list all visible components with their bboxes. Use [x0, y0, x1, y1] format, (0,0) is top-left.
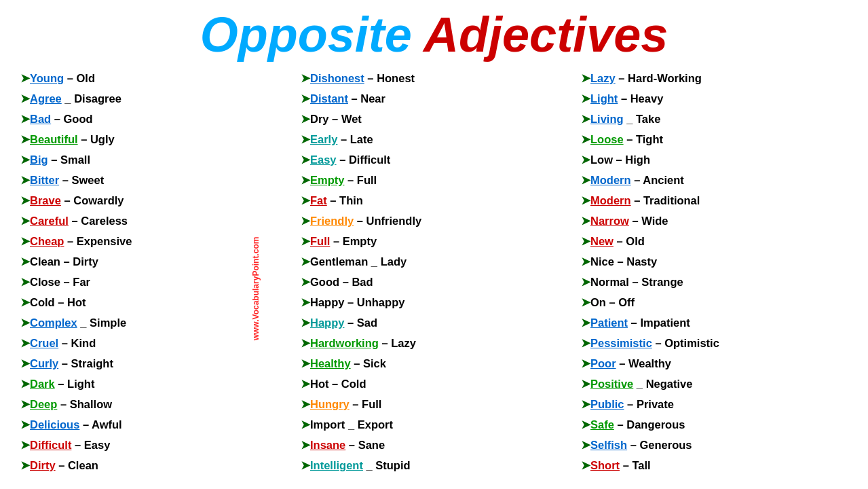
word-label: Insane — [310, 439, 345, 451]
arrow-icon: ➤ — [20, 255, 30, 268]
arrow-icon: ➤ — [581, 459, 590, 471]
opposite-label: Clean — [68, 459, 98, 471]
content-area: ➤Young – Old➤Agree _ Disagree➤Bad – Good… — [0, 68, 868, 475]
separator: – — [614, 255, 626, 268]
list-item: ➤Close – Far — [20, 272, 287, 292]
word-label: Intelligent — [310, 459, 363, 471]
list-item: ➤Hot – Cold — [301, 374, 567, 394]
opposite-label: Full — [357, 174, 377, 186]
arrow-icon: ➤ — [20, 174, 30, 186]
word-label: Light — [590, 92, 618, 105]
arrow-icon: ➤ — [301, 296, 310, 308]
separator: – — [629, 215, 641, 227]
list-item: ➤Cheap – Expensive — [20, 231, 287, 251]
arrow-icon: ➤ — [581, 153, 590, 166]
word-label: Bad — [30, 113, 51, 125]
separator: – — [652, 337, 664, 349]
opposite-label: Heavy — [630, 92, 664, 105]
opposite-label: Sick — [363, 357, 386, 369]
word-label: Full — [310, 235, 330, 247]
list-item: ➤Intelligent _ Stupid — [301, 455, 567, 475]
opposite-label: Cold — [341, 378, 366, 390]
list-item: ➤Brave – Cowardly — [20, 190, 287, 211]
word-label: Hardworking — [310, 337, 379, 349]
opposite-label: Wet — [341, 113, 362, 125]
arrow-icon: ➤ — [301, 92, 310, 105]
opposite-label: Disagree — [74, 92, 121, 105]
opposite-label: Sweet — [71, 174, 104, 186]
opposite-label: Straight — [71, 357, 113, 369]
separator: – — [329, 378, 341, 390]
opposite-label: Bad — [352, 276, 373, 288]
word-label: Beautiful — [30, 133, 78, 145]
word-label: Dishonest — [310, 72, 364, 84]
opposite-label: Wealthy — [628, 357, 671, 369]
list-item: ➤Happy – Sad — [301, 312, 567, 333]
opposite-label: Easy — [84, 439, 111, 451]
word-label: Positive — [590, 378, 633, 390]
word-label: Early — [310, 133, 337, 145]
separator: – — [345, 439, 358, 451]
list-item: ➤Full – Empty — [301, 231, 567, 251]
word-label: Bitter — [30, 174, 59, 186]
separator: – — [56, 459, 68, 471]
list-item: ➤Clean – Dirty — [20, 251, 287, 272]
list-item: ➤Modern – Ancient — [581, 170, 848, 190]
list-item: ➤Beautiful – Ugly — [20, 129, 287, 149]
opposite-label: Hot — [67, 296, 86, 308]
separator: – — [329, 113, 341, 125]
list-item: ➤Young – Old — [20, 68, 287, 88]
opposite-label: Difficult — [349, 153, 390, 166]
separator: _ — [633, 378, 645, 390]
word-label: Hungry — [310, 398, 350, 410]
arrow-icon: ➤ — [20, 459, 30, 471]
opposite-label: Dangerous — [626, 418, 685, 431]
column-2: ➤Dishonest – Honest➤Distant – Near➤Dry –… — [294, 68, 574, 475]
arrow-icon: ➤ — [301, 316, 310, 329]
separator: _ — [77, 316, 90, 329]
word-label: Living — [590, 113, 624, 125]
separator: – — [629, 276, 641, 288]
word-label: Pessimistic — [590, 337, 652, 349]
arrow-icon: ➤ — [20, 296, 30, 308]
opposite-label: Impatient — [640, 316, 690, 329]
list-item: ➤Early – Late — [301, 129, 567, 149]
arrow-icon: ➤ — [20, 357, 30, 369]
arrow-icon: ➤ — [301, 235, 310, 247]
arrow-icon: ➤ — [20, 418, 30, 431]
word-label: Happy — [310, 296, 344, 308]
arrow-icon: ➤ — [20, 398, 30, 410]
separator: – — [337, 133, 350, 145]
opposite-label: Cowardly — [73, 194, 124, 206]
separator: – — [48, 153, 60, 166]
word-label: Brave — [30, 194, 61, 206]
opposite-label: Negative — [646, 378, 693, 390]
word-label: Complex — [30, 316, 77, 329]
separator: – — [61, 194, 73, 206]
separator: – — [60, 276, 73, 288]
arrow-icon: ➤ — [581, 357, 590, 369]
opposite-label: Nasty — [626, 255, 657, 268]
opposite-label: Shallow — [70, 398, 112, 410]
separator: – — [618, 92, 630, 105]
arrow-icon: ➤ — [301, 153, 310, 166]
separator: – — [57, 398, 69, 410]
opposite-label: Private — [637, 398, 674, 410]
word-label: Friendly — [310, 215, 354, 227]
list-item: ➤Loose – Tight — [581, 129, 848, 149]
separator: – — [616, 357, 628, 369]
list-item: ➤Easy – Difficult — [301, 149, 567, 170]
separator: – — [348, 92, 360, 105]
list-item: ➤Insane – Sane — [301, 435, 567, 455]
arrow-icon: ➤ — [20, 153, 30, 166]
separator: – — [339, 276, 352, 288]
opposite-label: Sad — [357, 316, 377, 329]
separator: – — [327, 194, 339, 206]
opposite-label: Late — [350, 133, 373, 145]
separator: – — [613, 153, 625, 166]
separator: – — [614, 235, 626, 247]
list-item: ➤Hardworking – Lazy — [301, 333, 567, 353]
title-container: Opposite Adjectives — [0, 0, 868, 68]
word-label: Clean — [30, 255, 60, 268]
word-label: Close — [30, 276, 60, 288]
